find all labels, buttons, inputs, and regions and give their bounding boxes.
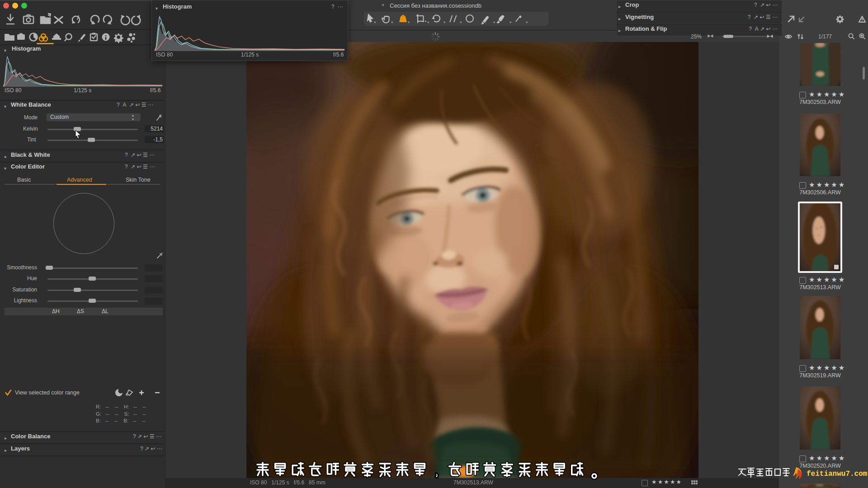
svg-text:1/177: 1/177	[818, 33, 832, 40]
svg-text:feitianwu7.com: feitianwu7.com	[807, 470, 868, 478]
